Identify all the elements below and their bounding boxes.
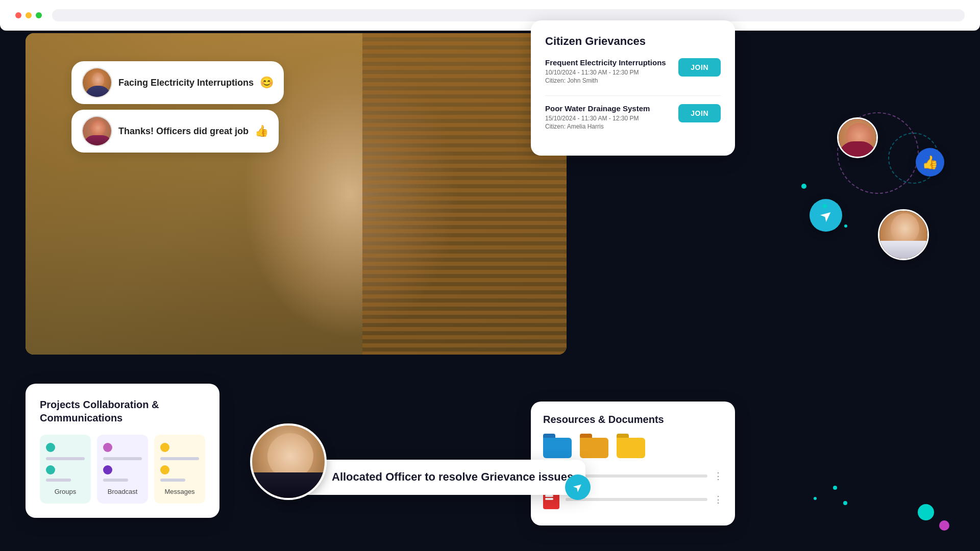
bubble-emoji-2: 👍 bbox=[255, 124, 268, 138]
top-bar bbox=[0, 0, 980, 31]
network-area: 👍 ➤ bbox=[725, 102, 980, 306]
grievance-citizen-1: Citizen: John Smith bbox=[545, 77, 666, 84]
folder-body-3 bbox=[617, 438, 645, 458]
grievance-info-2: Poor Water Drainage System 15/10/2024 - … bbox=[545, 104, 650, 131]
bubble-emoji-1: 😊 bbox=[260, 76, 274, 89]
purple-dot-1 bbox=[939, 520, 949, 531]
send-arrow-icon: ➤ bbox=[570, 479, 586, 495]
messages-label: Messages bbox=[160, 488, 199, 495]
messages-line-2 bbox=[160, 479, 185, 482]
project-item-messages[interactable]: Messages bbox=[154, 435, 205, 504]
grievances-panel: Citizen Grievances Frequent Electricity … bbox=[531, 20, 735, 156]
doc-options-2[interactable]: ⋮ bbox=[714, 494, 723, 505]
address-bar bbox=[52, 9, 965, 21]
project-items-grid: Groups Broadcast Messages bbox=[40, 435, 205, 504]
teal-dot-scatter-1 bbox=[833, 486, 837, 490]
folder-yellow[interactable] bbox=[617, 434, 645, 458]
broadcast-dot-2 bbox=[103, 465, 112, 474]
groups-line-1 bbox=[46, 457, 85, 460]
chat-bubble-electricity: Facing Electricity Interruptions 😊 bbox=[71, 61, 284, 104]
grievance-item-2: Poor Water Drainage System 15/10/2024 - … bbox=[545, 104, 721, 131]
teal-dot-scatter-3 bbox=[843, 501, 847, 505]
divider-1 bbox=[545, 95, 721, 96]
groups-line-2 bbox=[46, 479, 71, 482]
groups-label: Groups bbox=[46, 488, 85, 495]
grievance-item-1: Frequent Electricity Interruptions 10/10… bbox=[545, 58, 721, 85]
broadcast-label: Broadcast bbox=[103, 488, 142, 495]
avatar-female-1 bbox=[82, 116, 112, 146]
teal-dot-1 bbox=[801, 184, 806, 189]
teal-dot-2 bbox=[823, 204, 827, 208]
messages-dot-1 bbox=[160, 443, 169, 452]
officer-card: Allocated Officer to resolve Grievance i… bbox=[286, 460, 585, 495]
groups-dot-2 bbox=[46, 465, 55, 474]
officer-avatar bbox=[250, 423, 327, 500]
window-controls bbox=[15, 12, 42, 18]
folder-body-2 bbox=[580, 438, 608, 458]
messages-dot-2 bbox=[160, 465, 169, 474]
broadcast-line-2 bbox=[103, 479, 128, 482]
close-dot bbox=[15, 12, 21, 18]
network-avatar-man2 bbox=[878, 209, 929, 260]
send-icon-officer[interactable]: ➤ bbox=[565, 474, 591, 500]
folder-blue[interactable] bbox=[543, 434, 572, 458]
project-item-groups[interactable]: Groups bbox=[40, 435, 91, 504]
dotted-circle-2 bbox=[888, 133, 939, 184]
project-item-broadcast[interactable]: Broadcast bbox=[97, 435, 148, 504]
network-avatar-woman bbox=[837, 117, 878, 158]
send-button-network[interactable]: ➤ bbox=[810, 199, 842, 232]
doc-line-1 bbox=[566, 474, 707, 478]
join-button-1[interactable]: JOIN bbox=[678, 58, 721, 77]
grievance-date-1: 10/10/2024 - 11:30 AM - 12:30 PM bbox=[545, 69, 666, 76]
groups-dot-1 bbox=[46, 443, 55, 452]
teal-dot-scatter-2 bbox=[814, 497, 817, 500]
broadcast-dot-1 bbox=[103, 443, 112, 452]
dotted-circle-1 bbox=[837, 112, 919, 194]
teal-dot-large bbox=[918, 504, 934, 520]
grievance-citizen-2: Citizen: Amelia Harris bbox=[545, 123, 650, 130]
doc-options-1[interactable]: ⋮ bbox=[714, 470, 723, 482]
bubble-text-1: Facing Electricity Interruptions bbox=[118, 78, 254, 88]
grievance-date-2: 15/10/2024 - 11:30 AM - 12:30 PM bbox=[545, 115, 650, 122]
avatar-male-1 bbox=[82, 67, 112, 98]
grievance-title-1: Frequent Electricity Interruptions bbox=[545, 58, 666, 67]
grievances-title: Citizen Grievances bbox=[545, 35, 721, 48]
projects-panel: Projects Collaboration &Communications G… bbox=[26, 384, 219, 518]
folder-body bbox=[543, 438, 572, 458]
grievance-info-1: Frequent Electricity Interruptions 10/10… bbox=[545, 58, 666, 85]
projects-title: Projects Collaboration &Communications bbox=[40, 398, 205, 424]
chat-bubble-thanks: Thanks! Officers did great job 👍 bbox=[71, 110, 279, 153]
minimize-dot bbox=[26, 12, 32, 18]
join-button-2[interactable]: JOIN bbox=[678, 104, 721, 122]
folder-orange[interactable] bbox=[580, 434, 608, 458]
messages-line-1 bbox=[160, 457, 199, 460]
resources-title: Resources & Documents bbox=[543, 414, 723, 425]
teal-dot-3 bbox=[844, 224, 847, 228]
grievance-title-2: Poor Water Drainage System bbox=[545, 104, 650, 113]
bubble-text-2: Thanks! Officers did great job bbox=[118, 126, 249, 137]
doc-line-2 bbox=[566, 498, 707, 501]
thumbs-up-button[interactable]: 👍 bbox=[916, 148, 944, 177]
officer-card-text: Allocated Officer to resolve Grievance i… bbox=[332, 470, 573, 485]
broadcast-line-1 bbox=[103, 457, 142, 460]
send-icon: ➤ bbox=[816, 205, 836, 226]
maximize-dot bbox=[36, 12, 42, 18]
folder-row bbox=[543, 434, 723, 458]
